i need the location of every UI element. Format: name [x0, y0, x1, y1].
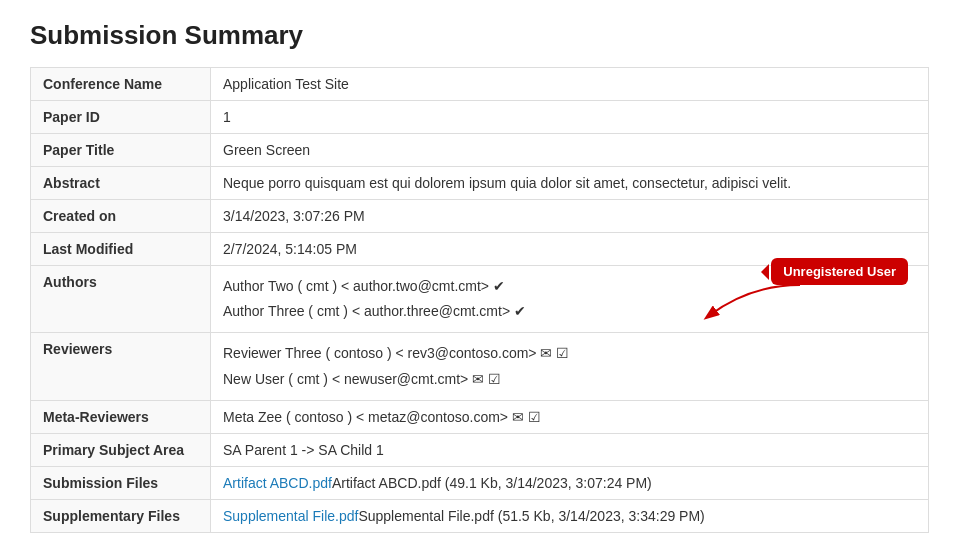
row-value: Supplemental File.pdfSupplemental File.p… [211, 499, 929, 532]
row-label: Primary Subject Area [31, 433, 211, 466]
row-label: Supplementary Files [31, 499, 211, 532]
table-row: Submission FilesArtifact ABCD.pdfArtifac… [31, 466, 929, 499]
row-value: Green Screen [211, 134, 929, 167]
table-row: Primary Subject AreaSA Parent 1 -> SA Ch… [31, 433, 929, 466]
row-label: Abstract [31, 167, 211, 200]
reviewer-line: Reviewer Three ( contoso ) < rev3@contos… [223, 341, 916, 366]
table-row: Paper ID1 [31, 101, 929, 134]
row-label: Paper ID [31, 101, 211, 134]
row-label: Created on [31, 200, 211, 233]
row-value: Artifact ABCD.pdfArtifact ABCD.pdf (49.1… [211, 466, 929, 499]
row-label: Conference Name [31, 68, 211, 101]
file-link[interactable]: Artifact ABCD.pdf [223, 475, 332, 491]
row-label: Meta-Reviewers [31, 400, 211, 433]
table-row: Paper TitleGreen Screen [31, 134, 929, 167]
author-line: Author Three ( cmt ) < author.three@cmt.… [223, 299, 916, 324]
row-value: 3/14/2023, 3:07:26 PM [211, 200, 929, 233]
table-row: AbstractNeque porro quisquam est qui dol… [31, 167, 929, 200]
row-value: Application Test Site [211, 68, 929, 101]
table-row: Created on3/14/2023, 3:07:26 PM [31, 200, 929, 233]
page-title: Submission Summary [30, 20, 929, 51]
row-label: Paper Title [31, 134, 211, 167]
row-value: SA Parent 1 -> SA Child 1 [211, 433, 929, 466]
row-value: 1 [211, 101, 929, 134]
row-value: Neque porro quisquam est qui dolorem ips… [211, 167, 929, 200]
row-label: Submission Files [31, 466, 211, 499]
file-link[interactable]: Supplemental File.pdf [223, 508, 358, 524]
row-value: Meta Zee ( contoso ) < metaz@contoso.com… [211, 400, 929, 433]
table-row: AuthorsAuthor Two ( cmt ) < author.two@c… [31, 266, 929, 333]
table-row: Supplementary FilesSupplemental File.pdf… [31, 499, 929, 532]
arrow-svg [690, 280, 810, 330]
row-label: Last Modified [31, 233, 211, 266]
table-row: Conference NameApplication Test Site [31, 68, 929, 101]
row-label: Reviewers [31, 333, 211, 400]
row-value: Author Two ( cmt ) < author.two@cmt.cmt>… [211, 266, 929, 333]
row-label: Authors [31, 266, 211, 333]
table-row: Meta-ReviewersMeta Zee ( contoso ) < met… [31, 400, 929, 433]
row-value: Reviewer Three ( contoso ) < rev3@contos… [211, 333, 929, 400]
table-row: ReviewersReviewer Three ( contoso ) < re… [31, 333, 929, 400]
reviewer-line: New User ( cmt ) < newuser@cmt.cmt> ✉ ☑ [223, 367, 916, 392]
submission-table: Conference NameApplication Test SitePape… [30, 67, 929, 533]
